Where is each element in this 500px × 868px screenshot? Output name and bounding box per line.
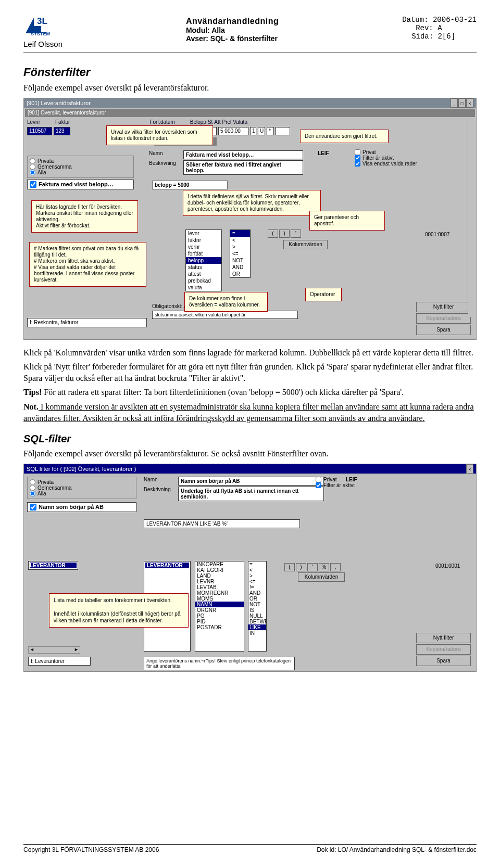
nytt-filter-button[interactable]: Nytt filter [416,302,471,312]
paren-open-button-2[interactable]: ( [284,563,295,571]
tables-listbox[interactable]: LEVERANTOR [28,561,78,570]
fonster-intro: Följande exempel avser översikt på lever… [23,82,477,94]
svg-text:SYSTEM: SYSTEM [31,31,50,36]
beskr-value-2[interactable]: Underlag för att flytta AB sist i namnet… [178,487,324,501]
author-name: Leif Olsson [23,40,63,48]
header-rule [23,53,477,53]
prel-input[interactable]: * [267,127,274,135]
operators-listbox-2[interactable]: = < > <= != AND OR NOT IS NULL BETWEEN L… [248,561,267,652]
columns-listbox[interactable]: levnr faktnr vernr forfdat belopp status… [185,229,222,291]
chk-visa-valda[interactable] [355,161,360,167]
namn-value[interactable]: Faktura med visst belopp… [183,150,303,159]
belopp-input[interactable]: 5 000,00 [218,127,248,135]
close-icon[interactable]: × [466,464,473,474]
chk-privat-2[interactable] [316,477,321,482]
radio-gemensamma[interactable] [30,164,35,170]
avser-value: SQL- & fönsterfilter [210,34,278,43]
radio-alla[interactable] [30,170,35,175]
paren-open-button[interactable]: ( [268,229,278,238]
action-buttons: Nytt filter Kopiera/radera Spara [416,302,471,335]
close-icon[interactable]: × [466,98,473,108]
callout-7: De kolumner som finns i översikten = val… [184,292,268,312]
apostrophe-button[interactable]: ' [291,229,301,238]
page-header: 3L SYSTEM Leif Olsson Användarhandlednin… [23,16,477,48]
kopiera-radera-button-2[interactable]: Kopiera/radera [416,644,471,655]
selected-filter-item[interactable]: Faktura med visst belopp… [27,180,134,189]
value-fields-row: 110507 123 1997-09-22 5 000,00 1 U * [24,126,476,136]
section-fonsterfilter-title: Fönsterfilter [23,66,477,79]
callout-5: I detta fält definieras själva filtret. … [183,190,321,216]
kopiera-radera-button[interactable]: Kopiera/radera [416,313,471,324]
selected-filter-2[interactable]: Namn som börjar på AB [27,502,136,512]
chk-privat[interactable] [355,149,360,155]
radio-group-scope-2: Privata Gemensamma Alla [27,477,136,499]
apostrophe-button-2[interactable]: ' [307,563,318,571]
paren-close-button[interactable]: ) [279,229,290,238]
para-1: Klick på 'Kolumnvärden' visar unika värd… [23,347,477,359]
columns-listbox-2[interactable]: INKOPARE KATEGORI LAND LEVNR LEVTAB MOMR… [195,561,244,652]
scrollbar-right[interactable] [468,119,475,317]
screenshot-fonsterfilter: [901] Leverantörsfakturor _ □ × [901] Öv… [23,98,477,340]
statusbar-left: I; Reskontra, fakturor [27,318,147,327]
footer-right: Dok id: LO/ Användarhandledning SQL- & f… [317,846,477,853]
percent-button[interactable]: % [319,563,329,571]
sql-intro: Följande exempel avser översikt på lever… [23,448,477,459]
screenshot-sqlfilter: SQL filter för ( [902] Översikt, leveran… [23,464,477,672]
maximize-icon[interactable]: □ [458,98,466,108]
radio-alla-2[interactable] [30,491,35,496]
para-2: Klick på 'Nytt filter' förbereder formul… [23,361,477,384]
callout-tables: Lista med de tabeller som förekommer i ö… [49,593,189,628]
radio-privata[interactable] [30,158,35,164]
callout-6: Ger parenteser och apostrof. [309,211,385,231]
para-tips: Tips! För att radera ett sparat filter: … [23,387,477,398]
footer-left: Copyright 3L FÖRVALTNINGSSYSTEM AB 2006 [23,846,159,853]
kolumnvarden-button-2[interactable]: Kolumnvärden [298,572,345,582]
namn-label: Namn [149,150,180,156]
statusbar-desc-2: Ange leverantörens namn.~rTips! Skriv en… [144,657,295,670]
filter-active-checkbox[interactable] [30,181,36,188]
header-center: Användarhandledning Modul: Alla Avser: S… [186,17,279,43]
kolumnvarden-button[interactable]: Kolumnvärden [283,240,328,249]
callout-3: # Markera filtret som privat om bara du … [29,242,146,287]
record-counter: 0001:0007 [425,232,449,237]
faktur-input[interactable]: 123 [54,127,70,135]
levnr-input[interactable]: 110507 [27,127,52,135]
minimize-icon[interactable]: _ [451,98,458,108]
paren-buttons: ( ) ' [268,229,301,238]
att-input[interactable]: U [258,127,265,135]
comma-button[interactable]: , [330,563,341,571]
paren-buttons-2: ( ) ' % , [284,563,341,571]
sql-expression-input[interactable]: LEVERANTOR.NAMN LIKE 'AB %' [144,519,300,528]
company-logo: 3L SYSTEM [23,16,63,36]
svg-text:3L: 3L [37,16,47,26]
namn-label-2: Namn [144,477,175,482]
spara-button[interactable]: Spara [416,325,471,335]
radio-gemensamma-2[interactable] [30,485,35,491]
callout-2: Här listas lagrade filter för översikten… [31,200,138,233]
callout-1: Urval av vilka filter för översikten som… [106,125,213,145]
chk-filter-aktivt-2[interactable] [316,482,321,488]
table-row[interactable]: LEVERANTOR [30,563,77,568]
operators-listbox[interactable]: = < > <= NOT AND OR [230,229,251,278]
spara-button-2[interactable]: Spara [416,656,471,666]
overview-titlebar: [901] Översikt, leverantörsfakturor [25,109,475,117]
sql-window-title: SQL filter för ( [902] Översikt, leveran… [27,464,136,474]
filter-active-checkbox-2[interactable] [30,504,36,510]
namn-value-2[interactable]: Namn som börjar på AB [178,477,324,486]
callout-8: Operatorer [305,288,342,301]
para-not: Not. I kommande version är avsikten att … [23,401,477,424]
callout-4: Den användare som gjort filtret. [300,130,389,143]
statusbar-left-2: I; Leverantörer [28,657,91,666]
section-sqlfilter-title: SQL-filter [23,433,477,445]
valuta-input[interactable] [276,127,290,135]
logo-icon: 3L SYSTEM [23,16,57,36]
nytt-filter-button-2[interactable]: Nytt filter [416,633,471,643]
sql-window-titlebar: SQL filter för ( [902] Översikt, leveran… [24,464,476,474]
beskr-value[interactable]: Söker efter faktura med i filtret angive… [183,160,303,175]
radio-privata-2[interactable] [30,479,35,485]
paren-close-button-2[interactable]: ) [296,563,306,571]
filter-definition-input[interactable]: belopp = 5000 [152,181,228,189]
st-input[interactable]: 1 [250,127,256,135]
chk-filter-aktivt[interactable] [355,155,360,161]
horizontal-scrollbar[interactable]: ◄► [28,646,80,654]
